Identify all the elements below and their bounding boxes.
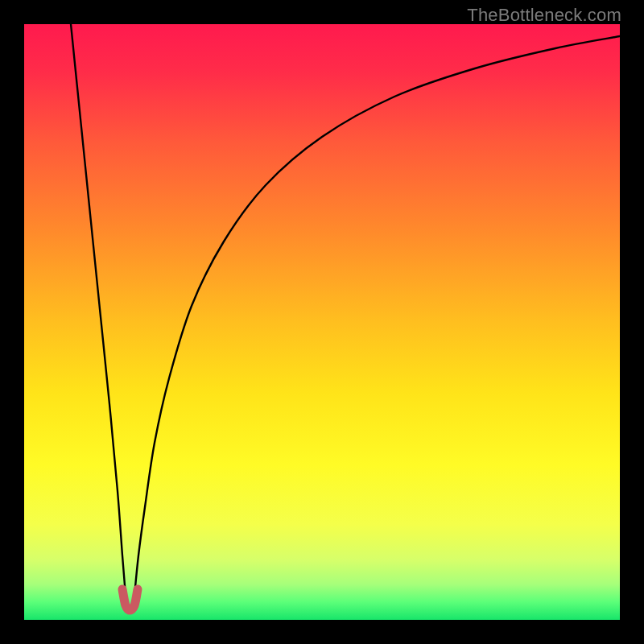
curve-right-branch — [134, 36, 620, 596]
plot-area — [24, 24, 620, 620]
curve-left-branch — [71, 24, 126, 596]
chart-frame: TheBottleneck.com — [0, 0, 644, 644]
curve-layer — [24, 24, 620, 620]
watermark-text: TheBottleneck.com — [467, 5, 621, 26]
valley-notch — [122, 589, 138, 610]
